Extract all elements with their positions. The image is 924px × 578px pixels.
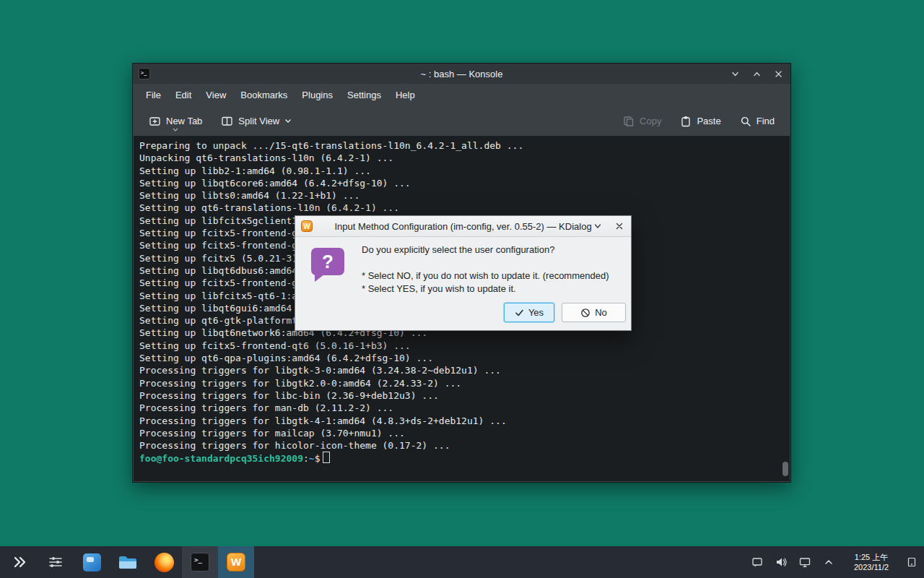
kdialog-window-controls — [590, 219, 627, 233]
notification-icon — [751, 556, 764, 569]
split-view-icon — [221, 115, 233, 127]
kdialog-close-button[interactable] — [612, 219, 627, 233]
show-desktop-button[interactable] — [905, 548, 918, 577]
terminal-scrollbar[interactable] — [783, 139, 788, 478]
task-manager-settings-button[interactable] — [38, 546, 74, 578]
prompt-separator: : — [303, 453, 309, 464]
check-icon — [515, 309, 524, 317]
window-menu-button[interactable] — [590, 219, 605, 233]
new-tab-label: New Tab — [166, 116, 202, 126]
menu-bookmarks[interactable]: Bookmarks — [233, 87, 295, 103]
find-label: Find — [757, 116, 775, 126]
no-button-label: No — [595, 307, 607, 318]
taskbar-left: >_ W — [1, 546, 254, 578]
launcher-icon — [11, 553, 28, 571]
show-desktop-icon — [906, 556, 918, 568]
folder-icon — [118, 553, 138, 571]
close-button[interactable] — [770, 66, 786, 82]
konsole-app-icon: >_ — [139, 68, 150, 79]
desktop[interactable]: >_ ~ : bash — Konsole File Edit View Boo… — [0, 0, 924, 578]
clock-time: 1:25 上午 — [844, 552, 899, 562]
file-manager-button[interactable] — [110, 546, 146, 578]
konsole-window-title: ~ : bash — Konsole — [133, 69, 790, 79]
new-tab-button[interactable]: New Tab — [143, 111, 208, 131]
yes-button-label: Yes — [528, 307, 544, 318]
taskbar-right: 1:25 上午 2023/11/2 — [749, 546, 924, 578]
kdialog-app-icon: W — [301, 220, 313, 232]
display-icon — [798, 556, 811, 569]
prompt-user-host: foo@foo-standardpcq35ich92009 — [139, 453, 303, 464]
terminal-line: Processing triggers for libgtk-4-1:amd64… — [139, 415, 784, 427]
split-view-label: Split View — [238, 116, 279, 126]
pager-button[interactable] — [74, 546, 110, 578]
terminal-line: Setting up fcitx5-frontend-qt6 (5.0.16-1… — [139, 340, 784, 352]
firefox-button[interactable] — [146, 546, 182, 578]
paste-label: Paste — [697, 116, 720, 126]
copy-button[interactable]: Copy — [617, 111, 667, 131]
menu-plugins[interactable]: Plugins — [295, 87, 340, 103]
taskbar: >_ W 1:25 上午 2023/11/2 — [0, 546, 924, 578]
dialog-question: Do you explicitly select the user config… — [362, 244, 554, 255]
chevron-up-icon — [752, 69, 762, 79]
terminal-line: Processing triggers for hicolor-icon-the… — [139, 439, 784, 452]
terminal-line: Setting up qt6-translations-l10n (6.4.2-… — [139, 202, 784, 214]
terminal-line: Processing triggers for libc-bin (2.36-9… — [139, 389, 784, 402]
terminal-line: Processing triggers for libgtk-3-0:amd64… — [139, 364, 784, 376]
question-icon: ? — [311, 248, 344, 275]
menu-settings[interactable]: Settings — [340, 87, 388, 103]
tray-expander-button[interactable] — [820, 551, 837, 573]
cancel-icon — [580, 308, 590, 318]
terminal-line: Setting up qt6-qpa-plugins:amd64 (6.4.2+… — [139, 352, 784, 364]
firefox-icon — [154, 553, 174, 572]
dialog-note-yes: * Select YES, if you wish to update it. — [362, 283, 516, 294]
notifications-tray-button[interactable] — [749, 551, 766, 573]
menu-help[interactable]: Help — [388, 87, 422, 103]
close-icon — [774, 69, 783, 79]
kdialog-body: ? Do you explicitly select the user conf… — [295, 236, 631, 330]
task-konsole[interactable]: >_ — [182, 546, 218, 578]
konsole-menubar: File Edit View Bookmarks Plugins Setting… — [133, 84, 790, 106]
paste-icon — [680, 116, 692, 127]
yes-button[interactable]: Yes — [504, 303, 554, 322]
terminal-cursor — [323, 452, 330, 463]
terminal-line: Setting up libqt6core6:amd64 (6.4.2+dfsg… — [139, 177, 784, 189]
chevron-down-icon — [173, 128, 179, 132]
app-launcher-button[interactable] — [1, 546, 38, 578]
scrollbar-thumb[interactable] — [783, 462, 788, 476]
prompt-symbol: $ — [315, 453, 321, 464]
maximize-button[interactable] — [749, 66, 764, 82]
search-icon — [740, 116, 751, 127]
copy-label: Copy — [640, 116, 661, 126]
task-kdialog[interactable]: W — [218, 546, 254, 578]
chevron-up-icon — [823, 556, 834, 568]
paste-button[interactable]: Paste — [674, 111, 726, 131]
display-tray-button[interactable] — [796, 551, 814, 573]
kdialog-title: Input Method Configuration (im-config, v… — [295, 221, 631, 232]
konsole-titlebar[interactable]: >_ ~ : bash — Konsole — [133, 64, 790, 84]
clock[interactable]: 1:25 上午 2023/11/2 — [844, 551, 899, 573]
sliders-icon — [47, 553, 64, 571]
split-view-button[interactable]: Split View — [215, 111, 297, 131]
window-controls — [727, 66, 786, 82]
minimize-button[interactable] — [727, 66, 743, 82]
terminal-line: Unpacking qt6-translations-l10n (6.4.2-1… — [139, 152, 784, 164]
kdialog-titlebar[interactable]: W Input Method Configuration (im-config,… — [295, 216, 631, 237]
no-button[interactable]: No — [562, 303, 626, 322]
kdialog-window: W Input Method Configuration (im-config,… — [295, 215, 632, 331]
menu-view[interactable]: View — [199, 87, 233, 103]
konsole-toolbar: New Tab Split View Copy Paste Find — [133, 106, 790, 136]
menu-file[interactable]: File — [139, 87, 168, 103]
close-icon — [615, 222, 624, 230]
terminal-line: Processing triggers for libgtk2.0-0:amd6… — [139, 377, 784, 389]
terminal-line: Setting up libb2-1:amd64 (0.98.1-1.1) ..… — [139, 165, 784, 177]
terminal-line: Processing triggers for mailcap (3.70+nm… — [139, 427, 784, 439]
kdialog-icon: W — [227, 553, 245, 571]
volume-tray-button[interactable] — [772, 551, 790, 573]
find-button[interactable]: Find — [734, 111, 780, 131]
terminal-prompt-line: foo@foo-standardpcq35ich92009:~$ — [139, 452, 784, 464]
pager-icon — [83, 553, 101, 571]
new-tab-icon — [149, 115, 161, 127]
terminal-line: Processing triggers for man-db (2.11.2-2… — [139, 402, 784, 414]
dialog-note-no: * Select NO, if you do not wish to updat… — [362, 270, 609, 281]
menu-edit[interactable]: Edit — [168, 87, 199, 103]
